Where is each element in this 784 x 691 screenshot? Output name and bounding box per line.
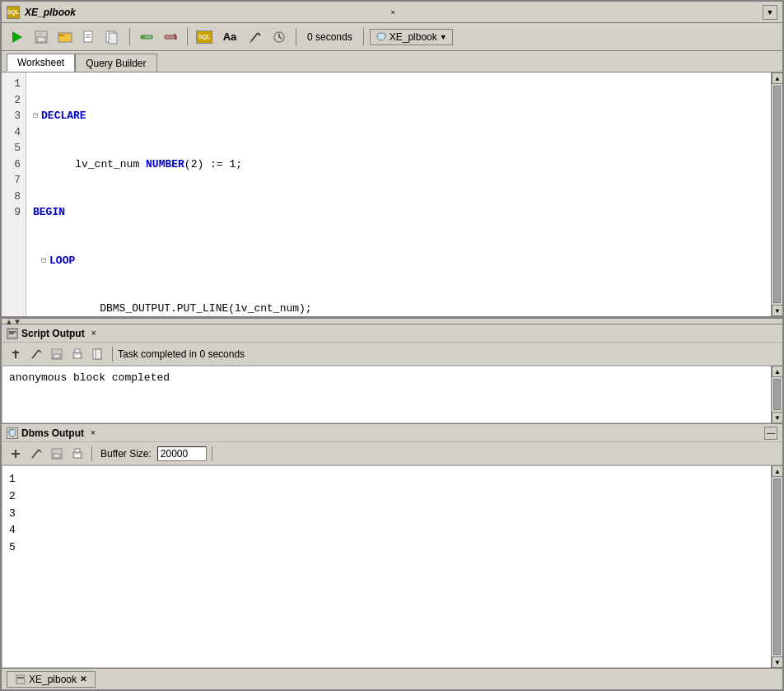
dbms-line-5: 5 — [9, 539, 765, 557]
disconnect-button[interactable] — [160, 26, 181, 48]
script-scroll-down[interactable]: ▼ — [772, 412, 783, 423]
dbms-line-3: 3 — [9, 506, 765, 523]
script-save-button[interactable] — [48, 345, 66, 363]
title-close-btn[interactable]: × — [390, 8, 394, 16]
script-edit-button[interactable] — [27, 345, 45, 363]
svg-rect-44 — [54, 454, 60, 458]
editor-area: 1 2 3 4 5 6 7 8 9 ⊟DECLARE lv_cnt_num NU… — [2, 72, 782, 318]
toolbar-sep-4 — [363, 28, 364, 46]
dbms-edit-button[interactable] — [27, 445, 45, 463]
tab-query-builder[interactable]: Query Builder — [75, 54, 156, 72]
db-dropdown-arrow[interactable]: ▼ — [440, 33, 447, 41]
code-line-5: DBMS_OUTPUT.PUT_LINE(lv_cnt_num); — [33, 301, 776, 316]
svg-rect-34 — [75, 355, 80, 357]
dbms-scroll-up[interactable]: ▲ — [772, 465, 783, 477]
script-clear-button[interactable] — [89, 345, 107, 363]
pin-button[interactable] — [7, 345, 25, 363]
script-print-button[interactable] — [68, 345, 86, 363]
svg-line-20 — [279, 37, 282, 39]
svg-rect-47 — [75, 455, 80, 457]
sql-button[interactable]: SQL — [194, 26, 215, 48]
script-output-close[interactable]: × — [91, 329, 96, 338]
resize-handle[interactable]: ▲▼ — [2, 318, 782, 324]
svg-rect-36 — [96, 349, 101, 359]
svg-line-16 — [258, 33, 260, 35]
format-button[interactable]: Aa — [217, 26, 242, 48]
app-icon: SQL — [7, 6, 20, 19]
dbms-scrollbar[interactable]: ▲ ▼ — [771, 465, 782, 668]
svg-rect-33 — [75, 349, 80, 353]
window-dropdown-btn[interactable]: ▼ — [763, 5, 777, 20]
script-scroll-up[interactable]: ▲ — [772, 366, 783, 377]
scroll-up-btn[interactable]: ▲ — [772, 72, 782, 84]
toolbar-sep-2 — [187, 28, 188, 46]
scroll-down-btn[interactable]: ▼ — [772, 305, 782, 316]
dbms-scroll-down[interactable]: ▼ — [772, 656, 783, 668]
title-bar-text: XE_plbook — [25, 7, 382, 18]
database-selector[interactable]: XE_plbook ▼ — [370, 29, 453, 45]
dbms-add-button[interactable] — [7, 445, 25, 463]
open-button[interactable] — [54, 26, 76, 48]
code-line-4: ⊟ LOOP — [33, 253, 776, 269]
toolbar-sep-1 — [129, 28, 130, 46]
timer-label: 0 seconds — [302, 31, 357, 43]
save-button[interactable] — [30, 26, 52, 48]
tabs-row: Worksheet Query Builder — [2, 51, 782, 72]
svg-marker-0 — [12, 31, 22, 43]
code-container[interactable]: 1 2 3 4 5 6 7 8 9 ⊟DECLARE lv_cnt_num NU… — [2, 72, 782, 316]
tab-worksheet[interactable]: Worksheet — [7, 54, 75, 72]
scroll-thumb[interactable] — [773, 86, 781, 303]
script-scroll-thumb[interactable] — [773, 379, 781, 410]
svg-rect-2 — [38, 31, 43, 35]
toolbar: SQL Aa 0 seconds — [2, 23, 782, 51]
dbms-output-panel: Dbms Output × — — [2, 424, 782, 668]
dbms-scroll-thumb[interactable] — [773, 479, 781, 655]
script-output-content: anonymous block completed — [2, 366, 782, 423]
svg-point-12 — [142, 35, 145, 39]
dbms-title-bar: Dbms Output × — — [2, 424, 782, 442]
edit-button[interactable] — [245, 26, 266, 48]
svg-rect-46 — [75, 449, 80, 452]
bottom-tab-xe-plbook[interactable]: XE_plbook ✕ — [7, 671, 96, 688]
dbms-save-button[interactable] — [48, 445, 66, 463]
history-button[interactable] — [268, 26, 290, 48]
svg-rect-4 — [58, 33, 72, 42]
dbms-toolbar: Buffer Size: — [2, 442, 782, 465]
buffer-size-label: Buffer Size: — [100, 448, 152, 460]
dbms-toolbar-sep2 — [212, 446, 212, 461]
title-bar: SQL XE_plbook × ▼ — [2, 2, 782, 23]
main-window: SQL XE_plbook × ▼ — [0, 0, 784, 691]
toolbar-sep-3 — [296, 28, 296, 46]
dbms-close[interactable]: × — [91, 428, 96, 437]
svg-rect-30 — [54, 349, 58, 353]
code-editor[interactable]: ⊟DECLARE lv_cnt_num NUMBER(2) := 1; BEGI… — [26, 72, 782, 316]
svg-rect-43 — [54, 449, 58, 452]
script-output-title: Script Output — [21, 328, 85, 339]
script-output-scrollbar[interactable]: ▲ ▼ — [771, 366, 782, 423]
editor-scrollbar[interactable]: ▲ ▼ — [771, 72, 782, 316]
bottom-tab-label: XE_plbook — [29, 674, 77, 685]
script-output-text: anonymous block completed — [9, 371, 170, 384]
script-output-toolbar: Task completed in 0 seconds — [2, 343, 782, 366]
buffer-size-input[interactable] — [157, 446, 207, 461]
dbms-print-button[interactable] — [68, 445, 86, 463]
bottom-tab-close-btn[interactable]: ✕ — [80, 675, 86, 684]
script-toolbar-sep — [112, 347, 113, 362]
dbms-minimize-btn[interactable]: — — [764, 427, 777, 440]
run-button[interactable] — [7, 26, 28, 48]
dbms-title: Dbms Output — [21, 427, 84, 439]
code-line-3: BEGIN — [33, 204, 776, 221]
files-button[interactable] — [102, 26, 124, 48]
new-button[interactable] — [78, 26, 100, 48]
script-output-panel: Script Output × — [2, 324, 782, 424]
svg-line-27 — [32, 350, 39, 358]
connect-button[interactable] — [136, 26, 157, 48]
svg-rect-5 — [58, 35, 64, 36]
svg-rect-10 — [109, 33, 117, 44]
svg-rect-48 — [16, 675, 25, 684]
dbms-line-2: 2 — [9, 488, 765, 506]
task-text: Task completed in 0 seconds — [118, 348, 245, 360]
dbms-line-4: 4 — [9, 522, 765, 539]
svg-rect-3 — [37, 37, 45, 42]
svg-rect-31 — [54, 354, 60, 358]
